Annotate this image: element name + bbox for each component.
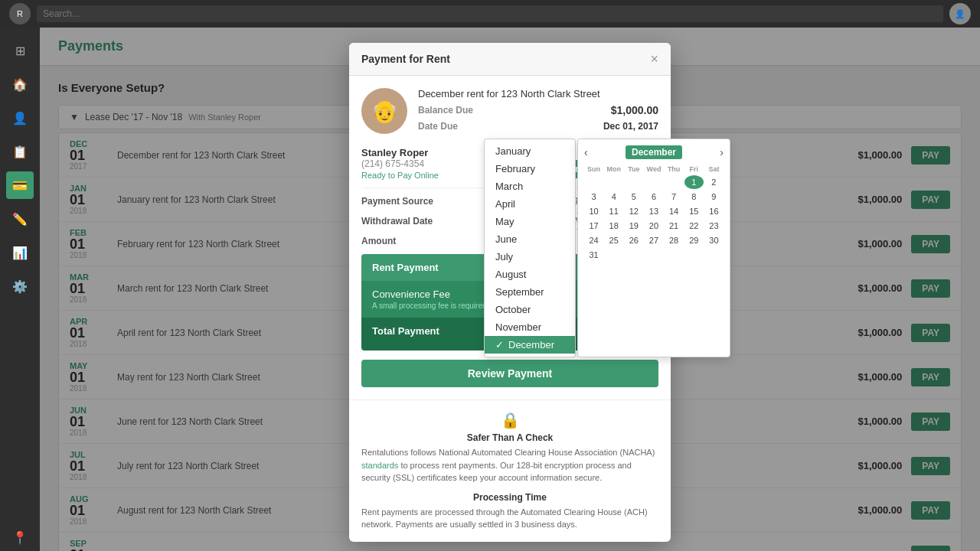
- date-value: Dec 01, 2017: [603, 121, 658, 132]
- calendar-day[interactable]: 9: [704, 190, 724, 204]
- sidebar-item-location[interactable]: 📍: [6, 523, 34, 551]
- sidebar-item-maintenance[interactable]: ✏️: [6, 205, 34, 233]
- calendar-day[interactable]: 10: [584, 204, 603, 218]
- top-bar: R 👤: [0, 0, 980, 28]
- tenant-status: Ready to Pay Online: [361, 171, 439, 180]
- month-item-november[interactable]: November: [485, 318, 575, 336]
- calendar-day-header: Wed: [644, 164, 663, 174]
- calendar-day[interactable]: 6: [644, 190, 663, 204]
- calendar-day[interactable]: 5: [624, 190, 643, 204]
- calendar-day[interactable]: 4: [604, 190, 623, 204]
- calendar-day[interactable]: 15: [684, 204, 704, 218]
- calendar-day[interactable]: 28: [665, 233, 684, 247]
- sidebar-item-reports[interactable]: 📊: [6, 239, 34, 266]
- calendar-day[interactable]: 8: [684, 190, 704, 204]
- calendar-day[interactable]: 7: [665, 190, 684, 204]
- month-item-october[interactable]: October: [485, 301, 575, 318]
- calendar-month-year[interactable]: December: [626, 145, 682, 159]
- sidebar-item-tenants[interactable]: 👤: [6, 104, 34, 132]
- sidebar-item-dashboard[interactable]: ⊞: [6, 37, 34, 64]
- month-item-june[interactable]: June: [485, 230, 575, 248]
- tenant-phone: (214) 675-4354: [361, 158, 439, 169]
- rent-description: December rent for 123 North Clark Street: [418, 88, 658, 99]
- calendar-day[interactable]: 25: [604, 233, 623, 247]
- month-item-december[interactable]: ✓December: [485, 336, 575, 354]
- month-item-march[interactable]: March: [485, 178, 575, 195]
- month-item-may[interactable]: May: [485, 213, 575, 230]
- calendar-day: [665, 248, 684, 262]
- calendar-day: [624, 175, 643, 189]
- calendar-day[interactable]: 21: [665, 219, 684, 233]
- sidebar-item-properties[interactable]: 🏠: [6, 70, 34, 98]
- sidebar: ⊞ 🏠 👤 📋 💳 ✏️ 📊 ⚙️ 📍: [0, 28, 40, 551]
- calendar-day[interactable]: 17: [584, 219, 603, 233]
- safety-text: Rentalutions follows National Automated …: [361, 446, 658, 484]
- calendar-day: [604, 248, 623, 262]
- tenant-info: 👴 December rent for 123 North Clark Stre…: [361, 88, 658, 136]
- calendar-day[interactable]: 13: [644, 204, 663, 218]
- withdrawal-label: Withdrawal Date: [361, 216, 433, 227]
- checkmark-icon: ✓: [495, 339, 504, 350]
- logo: R: [9, 3, 31, 24]
- processing-text: Rent payments are processed through the …: [361, 506, 658, 531]
- tenant-name: Stanley Roper: [361, 147, 439, 158]
- lock-icon: 🔒: [361, 411, 658, 429]
- calendar-day[interactable]: 11: [604, 204, 623, 218]
- balance-value: $1,000.00: [611, 104, 658, 116]
- nacha-link[interactable]: standards: [361, 461, 398, 470]
- calendar-day[interactable]: 2: [704, 175, 724, 189]
- calendar-day[interactable]: 14: [665, 204, 684, 218]
- calendar-day-header: Sat: [704, 164, 724, 174]
- calendar-day[interactable]: 18: [604, 219, 623, 233]
- calendar-day: [704, 248, 724, 262]
- calendar-day: [584, 175, 603, 189]
- sidebar-item-payments[interactable]: 💳: [6, 171, 34, 199]
- review-payment-button[interactable]: Review Payment: [361, 360, 658, 387]
- sidebar-item-leases[interactable]: 📋: [6, 138, 34, 165]
- calendar-day[interactable]: 29: [684, 233, 704, 247]
- calendar-day-header: Fri: [684, 164, 704, 174]
- processing-title: Processing Time: [361, 492, 658, 503]
- close-button[interactable]: ×: [650, 52, 658, 66]
- calendar-day[interactable]: 24: [584, 233, 603, 247]
- search-input[interactable]: [37, 5, 943, 22]
- month-item-january[interactable]: January: [485, 142, 575, 160]
- calendar-day: [624, 248, 643, 262]
- calendar-day[interactable]: 16: [704, 204, 724, 218]
- month-item-august[interactable]: August: [485, 266, 575, 283]
- calendar-day: [644, 248, 663, 262]
- calendar-day: [604, 175, 623, 189]
- rent-payment-label: Rent Payment: [372, 262, 439, 273]
- month-dropdown[interactable]: JanuaryFebruaryMarchAprilMayJuneJulyAugu…: [484, 139, 576, 357]
- amount-label: Amount: [361, 236, 396, 246]
- balance-label: Balance Due: [418, 105, 473, 116]
- calendar-day: [644, 175, 663, 189]
- month-item-february[interactable]: February: [485, 160, 575, 178]
- main-content: Payments Is Everyone Setup? ▼ Lease Dec …: [40, 28, 980, 551]
- calendar-day[interactable]: 30: [704, 233, 724, 247]
- sidebar-item-settings[interactable]: ⚙️: [6, 272, 34, 300]
- calendar-day[interactable]: 12: [624, 204, 643, 218]
- month-item-september[interactable]: September: [485, 283, 575, 301]
- month-item-july[interactable]: July: [485, 248, 575, 266]
- calendar-next-button[interactable]: ›: [720, 146, 724, 158]
- calendar-day[interactable]: 22: [684, 219, 704, 233]
- calendar-day[interactable]: 3: [584, 190, 603, 204]
- safety-title: Safer Than A Check: [361, 432, 658, 443]
- calendar-day[interactable]: 23: [704, 219, 724, 233]
- month-item-april[interactable]: April: [485, 195, 575, 213]
- calendar-grid: SunMonTueWedThuFriSat1234567891011121314…: [584, 164, 724, 262]
- tenant-avatar: 👴: [361, 88, 407, 134]
- calendar-day[interactable]: 19: [624, 219, 643, 233]
- calendar-day[interactable]: 26: [624, 233, 643, 247]
- calendar-day: [665, 175, 684, 189]
- calendar-day[interactable]: 1: [684, 175, 704, 189]
- calendar-prev-button[interactable]: ‹: [584, 146, 588, 158]
- calendar-popup: JanuaryFebruaryMarchAprilMayJuneJulyAugu…: [484, 139, 730, 357]
- calendar-day[interactable]: 20: [644, 219, 663, 233]
- safety-section: 🔒 Safer Than A Check Rentalutions follow…: [349, 399, 671, 542]
- user-avatar[interactable]: 👤: [949, 3, 971, 24]
- payment-source-label: Payment Source: [361, 196, 433, 207]
- calendar-day[interactable]: 27: [644, 233, 663, 247]
- calendar-day[interactable]: 31: [584, 248, 603, 262]
